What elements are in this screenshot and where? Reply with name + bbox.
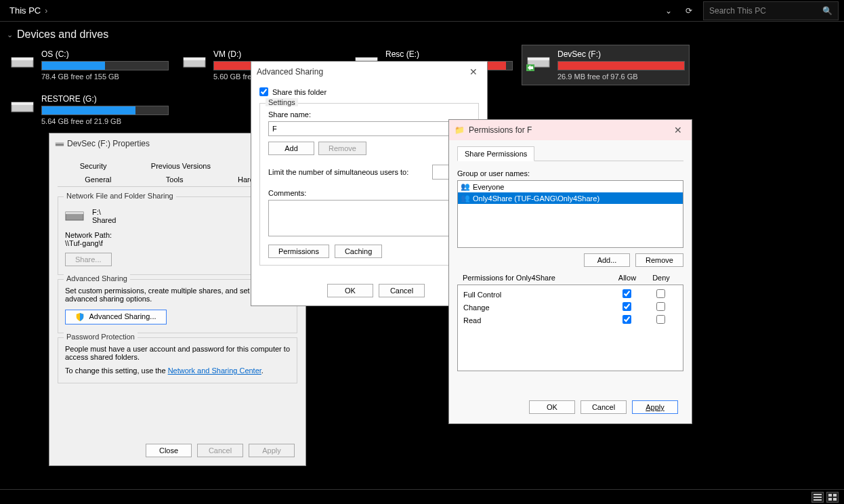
group-advanced-sharing: Advanced Sharing	[64, 274, 130, 282]
search-placeholder: Search This PC	[709, 6, 766, 16]
permissions-button[interactable]: Permissions	[268, 245, 329, 258]
tab-share-permissions[interactable]: Share Permissions	[457, 146, 534, 161]
drive-free-text: 26.9 MB free of 97.6 GB	[557, 72, 685, 81]
tab-previous-versions[interactable]: Previous Versions	[143, 159, 219, 173]
limit-label: Limit the number of simultaneous users t…	[268, 168, 408, 176]
adv-add-button[interactable]: Add	[268, 142, 314, 155]
password-desc: People must have a user account and pass…	[65, 345, 290, 361]
drive-usage-bar	[41, 106, 169, 115]
devices-title: Devices and drives	[17, 28, 108, 41]
folder-icon: 📁	[455, 125, 465, 135]
properties-apply-button[interactable]: Apply	[249, 444, 295, 457]
close-icon[interactable]: ✕	[465, 65, 482, 79]
tab-tools[interactable]: Tools	[158, 173, 192, 186]
view-large-icon[interactable]	[826, 492, 839, 503]
svg-rect-21	[833, 498, 837, 501]
breadcrumb-thispc[interactable]: This PC	[5, 5, 45, 16]
drive-icon	[526, 52, 551, 71]
svg-rect-17	[814, 499, 822, 501]
adv-ok-button[interactable]: OK	[327, 284, 373, 297]
search-icon[interactable]: 🔍	[822, 6, 832, 16]
user-listbox[interactable]: 👥Everyone👥Only4Share (TUF-GANG\Only4Shar…	[457, 180, 683, 248]
permission-row: Full Control	[458, 288, 683, 301]
adv-title: Advanced Sharing	[257, 67, 323, 77]
user-name: Only4Share (TUF-GANG\Only4Share)	[473, 194, 599, 203]
sharename-input[interactable]	[268, 121, 470, 136]
perms-for-label: Permissions for Only4Share	[463, 274, 610, 282]
drive-share-icon	[55, 139, 64, 148]
chevron-down-icon[interactable]: ⌄	[662, 3, 675, 18]
comments-textarea[interactable]	[268, 200, 470, 236]
permission-label: Change	[463, 303, 610, 312]
search-input[interactable]: Search This PC 🔍	[703, 1, 839, 20]
svg-rect-7	[528, 58, 549, 60]
devices-header[interactable]: ⌄ Devices and drives	[0, 22, 844, 45]
svg-rect-12	[56, 142, 64, 144]
share-folder-cb[interactable]	[259, 87, 268, 96]
network-sharing-center-link[interactable]: Network and Sharing Center	[168, 366, 261, 375]
properties-close-button[interactable]: Close	[146, 444, 192, 457]
deny-checkbox[interactable]	[656, 315, 665, 324]
perm-cancel-button[interactable]: Cancel	[581, 400, 627, 414]
share-button[interactable]: Share...	[65, 253, 112, 266]
adv-cancel-button[interactable]: Cancel	[379, 284, 425, 297]
advanced-sharing-button[interactable]: Advanced Sharing...	[65, 310, 167, 324]
perm-remove-button[interactable]: Remove	[635, 253, 683, 267]
perm-titlebar[interactable]: 📁 Permissions for F ✕	[449, 120, 692, 140]
allow-checkbox[interactable]	[623, 289, 631, 298]
deny-header: Deny	[644, 274, 678, 282]
drive-item[interactable]: RESTORE (G:) 5.64 GB free of 21.9 GB	[5, 89, 173, 130]
tab-general[interactable]: General	[77, 173, 119, 186]
drive-label: Resc (E:)	[385, 49, 513, 59]
close-icon[interactable]: ✕	[670, 123, 686, 137]
adv-remove-button[interactable]: Remove	[318, 142, 366, 155]
chevron-right-icon[interactable]: ›	[45, 6, 47, 16]
adv-titlebar[interactable]: Advanced Sharing ✕	[251, 62, 487, 82]
svg-rect-16	[814, 497, 822, 498]
drive-label: DevSec (F:)	[557, 49, 685, 59]
settings-group: Settings	[266, 98, 298, 106]
user-name: Everyone	[473, 183, 504, 191]
svg-rect-5	[356, 58, 377, 60]
drive-label: OS (C:)	[41, 49, 169, 59]
drive-label: VM (D:)	[213, 49, 341, 59]
share-status: Shared	[92, 216, 116, 224]
svg-rect-3	[184, 58, 205, 60]
svg-rect-14	[66, 212, 83, 214]
refresh-icon[interactable]: ⟳	[683, 3, 695, 18]
svg-rect-10	[12, 102, 33, 105]
password-change-line: To change this setting, use the Network …	[65, 366, 290, 375]
allow-checkbox[interactable]	[623, 315, 631, 324]
perm-ok-button[interactable]: OK	[529, 400, 575, 414]
user-row[interactable]: 👥Everyone	[458, 181, 683, 192]
permission-label: Full Control	[463, 291, 610, 299]
perm-title: Permissions for F	[469, 125, 532, 135]
user-row[interactable]: 👥Only4Share (TUF-GANG\Only4Share)	[458, 192, 683, 204]
drive-icon	[65, 209, 84, 223]
drive-item[interactable]: OS (C:) 78.4 GB free of 155 GB	[5, 45, 173, 85]
caching-button[interactable]: Caching	[335, 245, 382, 258]
view-details-icon[interactable]	[811, 492, 824, 503]
share-folder-checkbox[interactable]: Share this folder	[259, 87, 479, 96]
svg-rect-18	[828, 494, 832, 497]
drive-icon	[10, 97, 35, 116]
svg-rect-1	[12, 58, 33, 60]
permission-row: Change	[458, 301, 683, 314]
perm-add-button[interactable]: Add...	[584, 253, 630, 267]
drive-item[interactable]: DevSec (F:) 26.9 MB free of 97.6 GB	[522, 45, 690, 85]
shield-icon	[75, 312, 85, 322]
tab-security[interactable]: Security	[72, 159, 115, 173]
permissions-dialog: 📁 Permissions for F ✕ Share Permissions …	[448, 119, 692, 424]
drive-free-text: 5.64 GB free of 21.9 GB	[41, 117, 169, 125]
deny-checkbox[interactable]	[656, 289, 665, 298]
address-bar: This PC › ⌄ ⟳ Search This PC 🔍	[0, 0, 844, 22]
drive-free-text: 78.4 GB free of 155 GB	[41, 72, 169, 81]
properties-cancel-button[interactable]: Cancel	[197, 444, 243, 457]
svg-rect-19	[833, 494, 837, 497]
allow-checkbox[interactable]	[623, 302, 631, 311]
permission-label: Read	[463, 316, 610, 324]
deny-checkbox[interactable]	[656, 302, 665, 311]
perm-apply-button[interactable]: Apply	[632, 400, 678, 414]
collapse-icon[interactable]: ⌄	[7, 30, 13, 39]
permission-row: Read	[458, 314, 683, 327]
